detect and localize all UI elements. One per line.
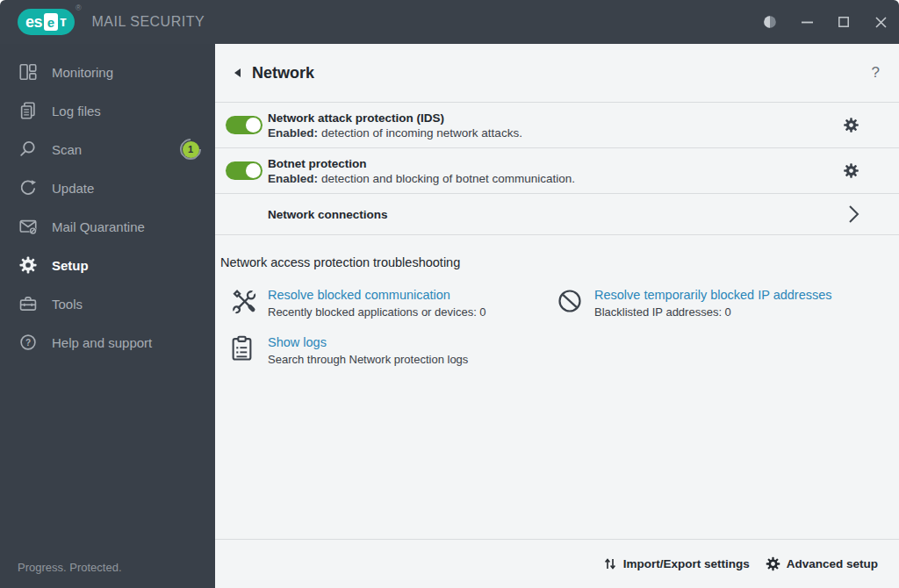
titlebar: es e т ® MAIL SECURITY: [0, 0, 899, 44]
link-description: Blacklisted IP addresses: 0: [594, 305, 832, 319]
link-description: Search through Network protection logs: [268, 353, 468, 366]
gear-icon: [766, 556, 780, 571]
chevron-right-icon: [848, 204, 859, 224]
logo-text: es: [25, 13, 42, 32]
link-label[interactable]: Resolve blocked communication: [268, 287, 486, 303]
scan-icon: [18, 140, 39, 159]
row-state: Enabled:: [268, 126, 318, 140]
tools-icon: [18, 294, 39, 313]
app-window: es e т ® MAIL SECURITY: [0, 0, 899, 588]
ids-settings-button[interactable]: [843, 117, 859, 133]
link-texts: Resolve temporarily blocked IP addresses…: [594, 287, 832, 319]
link-texts: Resolve blocked communication Recently b…: [268, 287, 486, 319]
back-arrow-icon[interactable]: [234, 68, 241, 77]
link-description: Recently blocked applications or devices…: [268, 305, 486, 319]
row-title: Network attack protection (IDS): [268, 111, 522, 125]
scan-badge: 1: [180, 139, 201, 160]
settings-rows: Network attack protection (IDS) Enabled:…: [215, 102, 899, 235]
sidebar-item-scan[interactable]: Scan 1: [0, 130, 215, 169]
row-texts: Botnet protection Enabled:detection and …: [268, 157, 575, 185]
sidebar-item-label: Scan: [52, 142, 82, 157]
setup-gear-icon: [18, 255, 39, 275]
link-label[interactable]: Show logs: [268, 334, 468, 350]
help-question-icon[interactable]: ?: [872, 64, 880, 82]
contrast-icon: [763, 15, 777, 29]
toggle-knob: [246, 118, 261, 133]
link-texts: Show logs Search through Network protect…: [268, 334, 468, 366]
monitoring-icon: [18, 62, 39, 82]
button-label: Import/Export settings: [623, 557, 750, 570]
troubleshooting-links: Resolve blocked communication Recently b…: [230, 287, 881, 366]
maximize-icon: [838, 17, 849, 27]
maximize-button[interactable]: [825, 0, 862, 44]
link-resolve-blocked-ip-addresses: Resolve temporarily blocked IP addresses…: [557, 287, 881, 319]
botnet-settings-button[interactable]: [843, 162, 859, 179]
update-icon: [18, 178, 39, 197]
row-texts: Network attack protection (IDS) Enabled:…: [268, 111, 522, 140]
logo-text: т: [60, 14, 67, 30]
close-icon: [875, 17, 887, 28]
sidebar-item-tools[interactable]: Tools: [0, 284, 215, 323]
row-title: Network connections: [268, 208, 388, 221]
link-resolve-blocked-communication: Resolve blocked communication Recently b…: [230, 287, 557, 319]
eset-logo: es e т: [18, 9, 75, 35]
row-desc-text: detection and blocking of botnet communi…: [321, 172, 575, 185]
mail-quarantine-icon: [18, 217, 39, 236]
row-state: Enabled:: [268, 172, 318, 185]
botnet-toggle[interactable]: [226, 161, 263, 180]
badge-count: 1: [183, 141, 199, 158]
logo-text-box: e: [44, 13, 58, 31]
sidebar-item-help-and-support[interactable]: ? Help and support: [0, 323, 215, 362]
toggle-knob: [246, 163, 261, 178]
sidebar-item-label: Tools: [52, 297, 83, 312]
sidebar-item-label: Monitoring: [52, 65, 113, 80]
row-botnet-protection: Botnet protection Enabled:detection and …: [215, 148, 899, 194]
close-button[interactable]: [862, 0, 899, 44]
status-text: Progress. Protected.: [18, 561, 122, 574]
section-title: Network access protection troubleshootin…: [220, 255, 881, 269]
sidebar-item-mail-quarantine[interactable]: Mail Quarantine: [0, 207, 215, 246]
page-header: Network ?: [215, 44, 899, 102]
minimize-icon: [802, 21, 813, 24]
sidebar-item-setup[interactable]: Setup: [0, 246, 215, 284]
window-controls: [752, 0, 899, 44]
row-desc-text: detection of incoming network attacks.: [321, 126, 522, 140]
import-export-arrows-icon: [603, 556, 617, 571]
page-title: Network: [252, 64, 314, 82]
contrast-toggle-button[interactable]: [752, 0, 788, 44]
footer-bar: Import/Export settings: [215, 539, 899, 588]
crossed-tools-icon: [230, 287, 256, 314]
log-files-icon: [18, 101, 39, 120]
row-title: Botnet protection: [268, 157, 575, 170]
registered-mark: ®: [76, 4, 82, 12]
link-show-logs: Show logs Search through Network protect…: [230, 334, 557, 366]
sidebar-item-log-files[interactable]: Log files: [0, 91, 215, 130]
sidebar-item-label: Help and support: [52, 335, 152, 350]
gear-icon: [843, 117, 859, 133]
sidebar-item-label: Update: [52, 181, 94, 196]
ids-toggle[interactable]: [226, 116, 263, 134]
product-title: MAIL SECURITY: [92, 14, 205, 30]
blocked-circle-icon: [557, 287, 583, 314]
sidebar-item-monitoring[interactable]: Monitoring: [0, 53, 215, 91]
advanced-setup-button[interactable]: Advanced setup: [766, 556, 878, 571]
sidebar: Monitoring Log files Scan 1: [0, 44, 215, 588]
help-icon: ?: [18, 333, 39, 352]
minimize-button[interactable]: [788, 0, 825, 44]
sidebar-item-label: Setup: [52, 258, 89, 273]
import-export-settings-button[interactable]: Import/Export settings: [603, 556, 750, 571]
gear-icon: [843, 162, 859, 179]
row-description: Enabled:detection and blocking of botnet…: [268, 172, 575, 185]
main-panel: Network ? Network attack protection (IDS…: [215, 44, 899, 588]
button-label: Advanced setup: [787, 557, 878, 570]
link-label[interactable]: Resolve temporarily blocked IP addresses: [594, 287, 832, 303]
sidebar-item-label: Log files: [52, 104, 101, 118]
logs-clipboard-icon: [230, 334, 256, 362]
row-network-connections[interactable]: Network connections: [215, 194, 899, 235]
svg-text:?: ?: [25, 338, 31, 348]
sidebar-item-update[interactable]: Update: [0, 169, 215, 207]
row-network-attack-protection: Network attack protection (IDS) Enabled:…: [215, 103, 899, 148]
row-description: Enabled:detection of incoming network at…: [268, 126, 522, 140]
sidebar-item-label: Mail Quarantine: [52, 219, 145, 234]
